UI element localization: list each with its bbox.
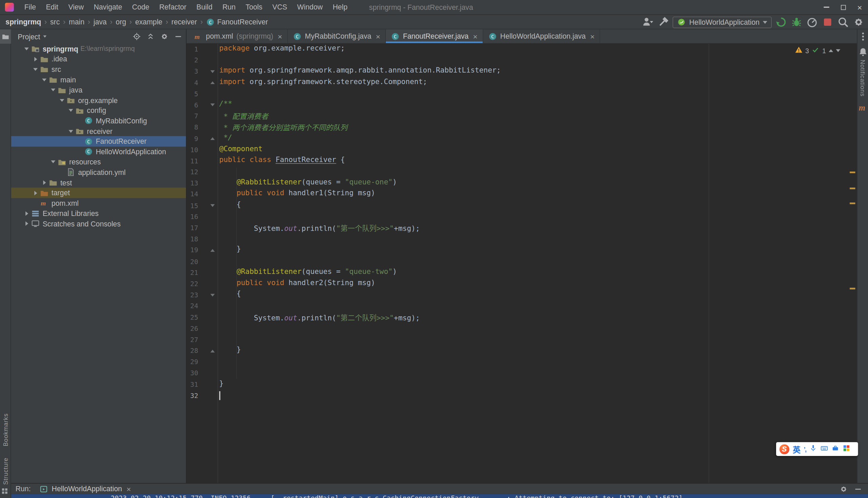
tab-close-icon[interactable]: × [590,32,594,40]
menu-item-refactor[interactable]: Refactor [154,3,192,11]
tree-chevron-icon[interactable] [22,211,31,215]
code-line-23[interactable]: { [186,289,849,301]
code-line-28[interactable]: } [186,345,849,357]
code-line-2[interactable] [186,55,849,66]
console-log-line[interactable]: 2023-02-20 10:12:15.770 INFO 12356 --- [… [11,494,868,498]
editor-tab-pom-xml[interactable]: mpom.xml (springrmq)× [189,29,288,43]
code-line-24[interactable] [186,301,849,312]
code-line-32[interactable] [186,390,849,401]
code-with-me-icon[interactable] [642,16,654,28]
tree-item-myrabbitconfig[interactable]: CMyRabbitConfig [11,116,186,126]
menu-item-run[interactable]: Run [217,3,240,11]
editor-tab-fanoutreceiver-java[interactable]: CFanoutReceiver.java× [386,29,483,43]
tree-chevron-icon[interactable] [31,68,40,71]
menu-item-help[interactable]: Help [328,3,352,11]
notifications-stripe-button[interactable]: Notifications [859,60,866,96]
settings-gear-icon[interactable] [852,16,865,28]
code-line-20[interactable] [186,256,849,267]
breadcrumb-springrmq[interactable]: springrmq [5,18,41,26]
code-line-13[interactable]: @RabbitListener(queues = "queue-one") [186,178,849,189]
bookmarks-stripe-button[interactable]: Bookmarks [2,414,9,446]
code-editor[interactable]: 1234567891011121314151617181920212223242… [186,44,857,483]
code-line-11[interactable]: public class FanoutReceiver { [186,155,849,167]
editor-tab-myrabbitconfig-java[interactable]: CMyRabbitConfig.java× [288,29,386,43]
code-line-22[interactable]: public void handler2(String msg) [186,278,849,289]
profiler-icon[interactable] [806,16,818,28]
tree-item-idea[interactable]: .idea [11,54,186,64]
code-line-10[interactable]: @Component [186,144,849,155]
tree-item-helloworldapplication[interactable]: CHelloWorldApplication [11,146,186,157]
tree-chevron-icon[interactable] [58,99,66,102]
code-line-5[interactable] [186,89,849,100]
code-area[interactable]: package org.example.receiver;import org.… [186,44,849,401]
menu-item-build[interactable]: Build [192,3,218,11]
locate-file-icon[interactable] [132,32,141,41]
inspections-widget[interactable]: 3 1 [795,46,840,55]
tool-windows-grid-icon[interactable] [1,487,10,496]
run-configuration-select[interactable]: HelloWorldApplication [673,16,772,28]
tree-chevron-icon[interactable] [49,89,58,91]
run-tab-helloworldapplication[interactable]: HelloWorldApplication × [40,484,131,493]
code-line-12[interactable] [186,167,849,178]
error-stripe-mark[interactable] [850,288,855,289]
ime-language-toggle[interactable]: 英 [793,443,801,455]
console-output[interactable]: 2023-02-20 10:12:15.770 INFO 12356 --- [… [11,494,868,498]
stop-icon[interactable] [821,16,834,28]
code-line-16[interactable] [186,211,849,222]
project-panel-title[interactable]: Project [18,32,40,40]
tree-item-pom-xml[interactable]: mpom.xml [11,198,186,208]
tree-chevron-icon[interactable] [66,130,75,133]
code-line-29[interactable] [186,357,849,368]
maven-tool-button[interactable]: m [857,102,868,113]
code-line-27[interactable] [186,334,849,345]
breadcrumb-example[interactable]: example [135,18,162,26]
editor-tab-helloworldapplication-java[interactable]: CHelloWorldApplication.java× [483,29,600,43]
tree-chevron-icon[interactable] [40,180,49,185]
code-line-1[interactable]: package org.example.receiver; [186,44,849,55]
code-line-8[interactable]: * 两个消费者分别监听两个不同的队列 [186,122,849,133]
hide-run-panel-icon[interactable] [854,484,863,493]
tree-item-scratches-and-consoles[interactable]: Scratches and Consoles [11,219,186,229]
code-line-21[interactable]: @RabbitListener(queues = "queue-two") [186,267,849,278]
project-stripe-button[interactable] [0,29,11,44]
sogou-logo-icon[interactable]: S [779,444,789,454]
ime-punctuation-icon[interactable]: ’, [804,446,806,453]
previous-issue-icon[interactable] [829,49,833,52]
tree-item-config[interactable]: config [11,105,186,116]
search-everywhere-icon[interactable] [837,16,849,28]
tab-close-icon[interactable]: × [376,32,380,40]
tree-item-target[interactable]: target [11,188,186,198]
code-line-9[interactable]: */ [186,133,849,144]
tree-chevron-icon[interactable] [49,161,58,163]
code-line-17[interactable]: System.out.println("第一个队列>>>"+msg); [186,222,849,234]
code-line-4[interactable]: import org.springframework.stereotype.Co… [186,77,849,89]
tree-item-fanoutreceiver[interactable]: CFanoutReceiver [11,136,186,146]
minimize-icon[interactable] [818,0,835,15]
hide-panel-icon[interactable] [174,32,183,41]
menu-item-view[interactable]: View [63,3,89,11]
menu-item-code[interactable]: Code [127,3,154,11]
tree-item-receiver[interactable]: receiver [11,126,186,136]
tree-item-resources[interactable]: resources [11,157,186,167]
code-line-31[interactable]: } [186,379,849,390]
breadcrumb-src[interactable]: src [50,18,60,26]
code-line-3[interactable]: import org.springframework.amqp.rabbit.a… [186,66,849,77]
menu-item-edit[interactable]: Edit [41,3,63,11]
tree-item-main[interactable]: main [11,75,186,85]
menu-item-window[interactable]: Window [292,3,328,11]
tree-item-org-example[interactable]: org.example [11,95,186,105]
code-line-26[interactable] [186,323,849,334]
collapse-all-icon[interactable] [146,32,155,41]
breadcrumb-main[interactable]: main [69,18,84,26]
tree-chevron-icon[interactable] [22,222,31,226]
code-line-6[interactable]: /** [186,100,849,111]
panel-settings-gear-icon[interactable] [160,32,169,41]
tree-chevron-icon[interactable] [40,78,49,81]
next-issue-icon[interactable] [836,49,840,52]
chevron-down-icon[interactable] [43,35,47,38]
tree-item-java[interactable]: java [11,85,186,95]
rerun-icon[interactable] [775,16,787,28]
tree-item-src[interactable]: src [11,64,186,75]
breadcrumb-fanoutreceiver[interactable]: CFanoutReceiver [206,17,268,26]
code-line-15[interactable]: { [186,200,849,211]
